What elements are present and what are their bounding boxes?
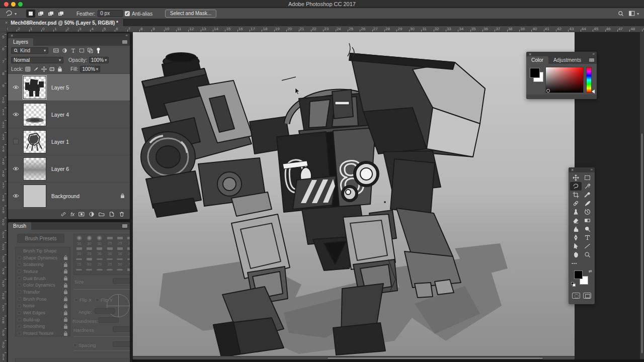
shape-layer-filter-icon[interactable]	[79, 48, 85, 53]
checkbox[interactable]	[18, 332, 21, 335]
close-document-icon[interactable]: ×	[5, 20, 8, 25]
lock-transparent-icon[interactable]	[25, 66, 31, 72]
pen-tool[interactable]	[570, 233, 582, 242]
brush-preset[interactable]: 36	[105, 245, 115, 255]
layer-thumbnail[interactable]	[23, 185, 46, 208]
brush-preview-grid[interactable]: 303030252525362536363632255025255071	[73, 234, 130, 275]
tool-preset-picker[interactable]: ▾	[5, 8, 17, 19]
layer-thumbnail[interactable]	[23, 130, 46, 153]
lock-icon[interactable]	[63, 289, 68, 295]
brush-setting-transfer[interactable]: Transfer	[16, 289, 70, 296]
new-group-icon[interactable]	[99, 211, 105, 217]
feather-input[interactable]: 0 px	[98, 10, 123, 17]
brush-preset[interactable]	[115, 266, 125, 275]
checkbox[interactable]	[18, 256, 21, 259]
rectangular-marquee-tool[interactable]	[582, 173, 593, 182]
tab-adjustments[interactable]: Adjustments	[548, 56, 586, 64]
document-tab[interactable]: × Mech08Render.psd @ 50% (Layer 5, RGB/8…	[0, 19, 124, 26]
brush-preset[interactable]: 25	[74, 255, 84, 266]
filter-kind-select[interactable]: Kind ▾	[11, 47, 48, 54]
layer-name[interactable]: Layer 6	[51, 166, 69, 172]
checkbox[interactable]	[18, 263, 21, 266]
flip-x-checkbox[interactable]: Flip X	[74, 297, 92, 303]
spot-healing-brush-tool[interactable]	[570, 199, 582, 208]
foreground-color-swatch[interactable]	[530, 68, 540, 78]
brush-preset[interactable]: 36	[95, 245, 105, 255]
spacing-slider[interactable]	[73, 350, 130, 351]
vertical-scrollbar[interactable]	[640, 32, 644, 359]
lock-icon[interactable]	[63, 268, 68, 274]
lock-icon[interactable]	[63, 303, 68, 309]
layer-thumbnail[interactable]	[23, 76, 46, 99]
saturation-brightness-picker[interactable]	[545, 67, 584, 93]
lock-icon[interactable]	[63, 262, 68, 267]
lock-paint-icon[interactable]	[33, 66, 39, 72]
brush-preset[interactable]: 36	[74, 245, 84, 255]
layer-visibility-eye-icon[interactable]	[8, 166, 23, 171]
lock-icon[interactable]	[63, 331, 68, 336]
opacity-field[interactable]: 100%▾	[89, 57, 109, 63]
screen-mode-button[interactable]	[583, 293, 591, 299]
brush-preset[interactable]: 71	[125, 255, 130, 266]
close-panel-icon[interactable]: ×	[11, 33, 13, 38]
checkbox[interactable]	[18, 297, 21, 301]
quick-mask-button[interactable]	[572, 293, 580, 299]
type-tool[interactable]	[582, 233, 593, 242]
brush-preset[interactable]: 25	[84, 245, 94, 255]
brush-preset[interactable]: 50	[84, 255, 94, 266]
clone-stamp-tool[interactable]	[570, 208, 582, 216]
lock-icon[interactable]	[63, 296, 68, 302]
brush-preset[interactable]: 36	[115, 245, 125, 255]
edit-toolbar-ellipsis[interactable]: •••	[572, 261, 577, 265]
brush-setting-color-dynamics[interactable]: Color Dynamics	[16, 282, 70, 289]
layer-row-background[interactable]: Background	[8, 183, 130, 210]
size-slider[interactable]	[73, 289, 130, 290]
brush-preset[interactable]	[95, 266, 105, 275]
layer-style-fx-icon[interactable]: fx	[70, 212, 74, 217]
new-layer-icon[interactable]	[109, 211, 115, 217]
brush-tool[interactable]	[582, 199, 593, 208]
panel-menu-icon[interactable]	[122, 40, 127, 44]
brush-preset[interactable]: 30	[95, 234, 105, 245]
panel-menu-icon[interactable]	[589, 58, 594, 62]
delete-layer-icon[interactable]	[119, 211, 125, 217]
antialias-control[interactable]: ✓ Anti-alias	[125, 8, 152, 19]
checkbox[interactable]	[18, 311, 21, 315]
checkbox[interactable]	[18, 304, 21, 308]
gradient-tool[interactable]	[582, 216, 593, 225]
brush-preset[interactable]	[105, 266, 115, 275]
layer-name[interactable]: Layer 4	[51, 112, 69, 118]
brush-preset[interactable]: 25	[115, 234, 125, 245]
layer-name[interactable]: Layer 5	[51, 84, 69, 90]
lock-icon[interactable]	[63, 317, 68, 322]
checkbox[interactable]	[18, 318, 21, 321]
lasso-tool[interactable]	[570, 182, 582, 191]
brush-preset[interactable]: 25	[105, 234, 115, 245]
blend-mode-select[interactable]: Normal ▾	[11, 57, 63, 63]
crop-tool[interactable]	[570, 191, 582, 199]
hardness-field[interactable]	[113, 326, 130, 332]
smudge-tool[interactable]	[570, 225, 582, 233]
layer-row-layer-4[interactable]: Layer 4	[8, 101, 130, 128]
smart-object-filter-icon[interactable]	[88, 48, 93, 53]
color-picker-marker[interactable]	[546, 89, 550, 93]
link-layers-icon[interactable]	[60, 211, 66, 217]
layer-row-layer-1[interactable]: Layer 1	[8, 128, 130, 155]
brush-setting-shape-dynamics[interactable]: Shape Dynamics	[16, 254, 70, 261]
brush-setting-dual-brush[interactable]: Dual Brush	[16, 275, 70, 282]
select-and-mask-button[interactable]: Select and Mask...	[165, 10, 216, 18]
history-brush-tool[interactable]	[582, 208, 593, 216]
checkbox[interactable]	[18, 269, 21, 273]
adjustment-layer-filter-icon[interactable]	[62, 48, 67, 53]
spacing-field[interactable]	[113, 341, 130, 347]
lock-move-icon[interactable]	[41, 66, 47, 72]
add-layer-mask-icon[interactable]	[78, 211, 85, 217]
path-selection-tool[interactable]	[570, 242, 582, 250]
brush-setting-protect-texture[interactable]: Protect Texture	[16, 330, 70, 337]
layer-visibility-eye-icon[interactable]	[8, 194, 23, 198]
brush-preset[interactable]: 50	[115, 255, 125, 266]
panel-menu-icon[interactable]	[122, 224, 127, 228]
vertical-scrollbar-thumb[interactable]	[640, 133, 643, 354]
layer-visibility-eye-icon[interactable]	[8, 112, 23, 117]
brush-preset[interactable]	[125, 266, 130, 275]
